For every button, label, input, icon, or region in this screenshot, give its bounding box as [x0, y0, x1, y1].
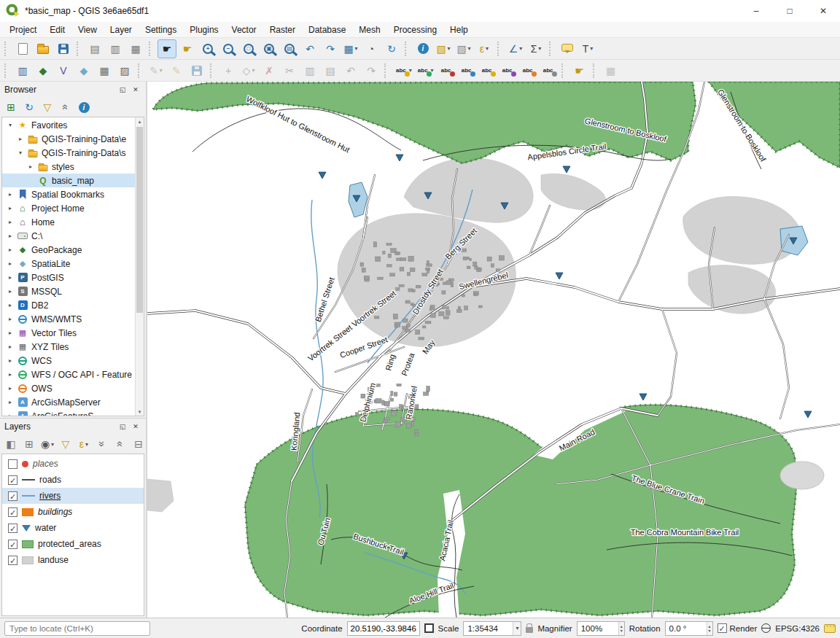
- browser-item-postgis[interactable]: ▸PPostGIS: [2, 271, 144, 284]
- refresh-map-button[interactable]: ↻: [382, 39, 401, 58]
- add-feature-button[interactable]: +: [219, 61, 238, 80]
- measure-button[interactable]: ∠▾: [506, 39, 525, 58]
- paste-features-button[interactable]: ▤: [321, 61, 340, 80]
- dropdown-arrow-icon[interactable]: ▾: [252, 67, 254, 74]
- browser-item-spatial-bookmarks[interactable]: ▸Spatial Bookmarks: [2, 187, 144, 201]
- expander-icon[interactable]: ▸: [7, 385, 14, 392]
- browser-close-panel-button[interactable]: ✕: [130, 84, 141, 96]
- dropdown-arrow-icon[interactable]: ▾: [590, 45, 593, 52]
- browser-item-wcs[interactable]: ▸WCS: [2, 354, 144, 367]
- menu-edit[interactable]: Edit: [43, 23, 71, 36]
- browser-item-c[interactable]: ▸C:\: [2, 229, 144, 243]
- filter-browser-button[interactable]: ▽: [39, 99, 55, 115]
- new-report-button[interactable]: ▥: [106, 39, 125, 58]
- browser-scrollbar[interactable]: ▴ ▾: [135, 117, 144, 416]
- browser-item-db2[interactable]: ▸DDB2: [2, 298, 144, 312]
- browser-float-panel-button[interactable]: ◱: [117, 84, 128, 96]
- expander-icon[interactable]: ▸: [7, 302, 14, 308]
- browser-item-vector-tiles[interactable]: ▸▦Vector Tiles: [2, 326, 144, 340]
- current-edits-button[interactable]: ✎▾: [147, 61, 166, 80]
- menu-help[interactable]: Help: [443, 23, 475, 36]
- crs-status[interactable]: EPSG:4326: [775, 624, 820, 633]
- statistical-summary-button[interactable]: Σ▾: [526, 39, 545, 58]
- menu-view[interactable]: View: [71, 23, 104, 36]
- expander-icon[interactable]: ▸: [7, 357, 14, 364]
- menu-mesh[interactable]: Mesh: [352, 23, 386, 36]
- dropdown-arrow-icon[interactable]: ▾: [448, 45, 451, 52]
- zoom-in-button[interactable]: +: [198, 39, 217, 58]
- render-checkbox[interactable]: ✓ Render: [718, 623, 758, 633]
- cut-features-button[interactable]: ✂: [280, 61, 299, 80]
- data-source-manager-button[interactable]: ▥: [13, 61, 32, 80]
- expander-icon[interactable]: ▸: [7, 274, 14, 281]
- zoom-to-selection-button[interactable]: ▣: [260, 39, 279, 58]
- extent-icon[interactable]: [424, 623, 434, 633]
- new-shapefile-layer-button[interactable]: V: [54, 61, 73, 80]
- menu-project[interactable]: Project: [3, 23, 43, 36]
- show-layout-manager-button[interactable]: ▦: [126, 39, 145, 58]
- expander-icon[interactable]: ▸: [7, 316, 14, 322]
- menu-database[interactable]: Database: [302, 23, 352, 36]
- menu-layer[interactable]: Layer: [104, 23, 139, 36]
- new-print-layout-button[interactable]: ▤: [85, 39, 104, 58]
- menu-raster[interactable]: Raster: [263, 23, 302, 36]
- layer-row-protected-areas[interactable]: ✓protected_areas: [2, 536, 144, 552]
- browser-item-qgis-training-data-e[interactable]: ▸QGIS-Training-Data\e: [2, 132, 144, 146]
- layers-float-panel-button[interactable]: ◱: [117, 421, 128, 432]
- save-project-button[interactable]: [54, 39, 73, 58]
- move-label-button[interactable]: abc: [498, 61, 517, 80]
- dropdown-arrow-icon[interactable]: ▾: [538, 45, 541, 52]
- highlight-pinned-labels-button[interactable]: abc: [478, 61, 497, 80]
- pan-annotation-button[interactable]: ☛: [570, 61, 589, 80]
- browser-item-wfs-ogc-api-feature[interactable]: ▸WFS / OGC API - Feature: [2, 367, 144, 381]
- text-annotation-button[interactable]: T▾: [578, 39, 597, 58]
- new-geopackage-layer-button[interactable]: ◆: [34, 61, 52, 80]
- dropdown-arrow-icon[interactable]: ▾: [486, 45, 489, 52]
- browser-item-arcgisfeatures[interactable]: ▸AArcGisFeatureS: [2, 409, 144, 416]
- delete-selected-button[interactable]: ✗: [260, 61, 279, 80]
- menu-vector[interactable]: Vector: [225, 23, 263, 36]
- browser-item-mssql[interactable]: ▸SMSSQL: [2, 284, 144, 298]
- new-map-view-button[interactable]: ▦▾: [341, 39, 360, 58]
- layer-row-landuse[interactable]: ✓landuse: [2, 552, 144, 568]
- browser-item-favorites[interactable]: ▾★Favorites: [2, 118, 144, 132]
- layer-checkbox[interactable]: ✓: [8, 475, 18, 485]
- map-tips-button[interactable]: [558, 39, 577, 58]
- layer-row-places[interactable]: places: [2, 456, 144, 472]
- new-virtual-layer-button[interactable]: ▦: [95, 61, 114, 80]
- properties-widget-button[interactable]: i: [76, 99, 92, 115]
- browser-item-home[interactable]: ▸⌂Home: [2, 215, 144, 229]
- expander-icon[interactable]: ▸: [7, 219, 14, 225]
- zoom-full-button[interactable]: □: [239, 39, 258, 58]
- maximize-button[interactable]: □: [773, 0, 806, 22]
- layer-row-rivers[interactable]: ✓rivers: [2, 488, 144, 504]
- pin-labels-button[interactable]: abc: [457, 61, 476, 80]
- expander-icon[interactable]: ▸: [7, 246, 14, 253]
- browser-item-basic-map[interactable]: Qbasic_map: [2, 174, 144, 187]
- collapse-all-layers-button[interactable]: «: [112, 436, 128, 452]
- dropdown-arrow-icon[interactable]: ▾: [51, 441, 54, 448]
- identify-features-button[interactable]: i: [413, 39, 432, 58]
- scale-dropdown-icon[interactable]: ▾: [513, 622, 521, 635]
- layer-diagram-button[interactable]: abc▾: [415, 61, 435, 80]
- locate-input[interactable]: [4, 621, 150, 636]
- layer-row-roads[interactable]: ✓roads: [2, 472, 144, 488]
- expander-icon[interactable]: ▸: [27, 163, 34, 170]
- open-project-button[interactable]: [34, 39, 52, 58]
- scrollbar-thumb[interactable]: [136, 127, 143, 313]
- collapse-all-button[interactable]: «: [58, 99, 74, 115]
- coordinate-input[interactable]: [347, 621, 420, 636]
- deselect-features-button[interactable]: ▧▾: [454, 39, 473, 58]
- zoom-out-button[interactable]: −: [219, 39, 238, 58]
- browser-item-geopackage[interactable]: ▸◆GeoPackage: [2, 243, 144, 257]
- browser-item-spatialite[interactable]: ▸◆SpatiaLite: [2, 257, 144, 271]
- spin-arrows-icon[interactable]: ▴▾: [707, 622, 712, 635]
- vertex-tool-button[interactable]: ◇▾: [239, 61, 258, 80]
- select-features-button[interactable]: ▧▾: [434, 39, 453, 58]
- diagram-options-button[interactable]: ▦: [602, 61, 621, 80]
- spin-arrows-icon[interactable]: ▴▾: [618, 622, 624, 635]
- redo-button[interactable]: ↷: [362, 61, 381, 80]
- change-label-properties-button[interactable]: abc: [539, 61, 558, 80]
- new-project-button[interactable]: [13, 39, 32, 58]
- layer-checkbox[interactable]: ✓: [8, 524, 18, 533]
